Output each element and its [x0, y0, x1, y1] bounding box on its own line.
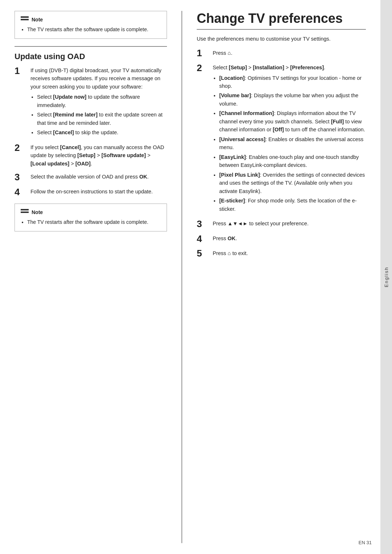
oad-step-2: 2 If you select [Cancel], you can manual… — [15, 143, 167, 168]
oad-step-3-num: 3 — [15, 172, 28, 182]
oad-step-4-content: Follow the on-screen instructions to sta… — [30, 188, 167, 196]
page-title: Change TV preferences — [197, 11, 366, 30]
oad-step-1-text: If using (DVB-T) digital broadcast, your… — [30, 67, 162, 90]
pref-bullet-chaninfo: [Channel Information]: Displays informat… — [219, 109, 366, 134]
pref-step-1-num: 1 — [197, 48, 211, 58]
section-divider-1 — [15, 46, 167, 47]
pref-step-4-content: Press OK. — [213, 234, 366, 242]
note-bullets-2: The TV restarts after the software updat… — [21, 218, 161, 226]
pref-bullet-easylink: [EasyLink]: Enables one-touch play and o… — [219, 153, 366, 169]
note-box-2: Note The TV restarts after the software … — [15, 204, 167, 231]
note-bullet-2-0: The TV restarts after the software updat… — [27, 218, 161, 226]
note-header-1: Note — [21, 16, 161, 23]
note-box-1: Note The TV restarts after the software … — [15, 11, 167, 39]
oad-step-3: 3 Select the available version of OAD an… — [15, 173, 167, 182]
home-icon-1 — [228, 50, 231, 56]
oad-step-1-bullet-1: Select [Remind me later] to exit the upd… — [37, 111, 167, 127]
note-label-1: Note — [32, 17, 43, 22]
oad-step-2-num: 2 — [15, 143, 28, 153]
oad-step-4: 4 Follow the on-screen instructions to s… — [15, 188, 167, 197]
note-label-2: Note — [32, 209, 43, 215]
pref-bullet-univaccess: [Universal access]: Enables or disables … — [219, 135, 366, 152]
pref-step-3-content: Press ▲▼◄► to select your preference. — [213, 219, 366, 228]
page-wrapper: English Note The TV restarts after the s… — [0, 0, 392, 554]
note-bullet-1-0: The TV restarts after the software updat… — [27, 26, 161, 33]
oad-step-1-bullet-2: Select [Cancel] to skip the update. — [37, 128, 167, 136]
note-icon-2 — [21, 209, 29, 216]
pref-bullet-pixelplus: [Pixel Plus Link]: Overrides the setting… — [219, 171, 366, 195]
right-column: Change TV preferences Use the preference… — [181, 11, 366, 543]
note-content-1: The TV restarts after the software updat… — [21, 26, 161, 33]
pref-step-1: 1 Press . — [197, 49, 366, 58]
pref-step-5-num: 5 — [197, 248, 211, 259]
pref-step-3-num: 3 — [197, 219, 211, 229]
oad-step-1-num: 1 — [15, 66, 28, 76]
intro-text: Use the preferences menu to customise yo… — [197, 35, 366, 43]
side-tab-label: English — [384, 267, 389, 287]
oad-step-4-num: 4 — [15, 187, 28, 197]
oad-step-1-bullet-0: Select [Update now] to update the softwa… — [37, 93, 167, 109]
page-footer: EN 31 — [359, 540, 372, 545]
note-content-2: The TV restarts after the software updat… — [21, 218, 161, 226]
oad-step-1-bullets: Select [Update now] to update the softwa… — [30, 93, 167, 136]
oad-steps-list: 1 If using (DVB-T) digital broadcast, yo… — [15, 66, 167, 197]
arrow-symbols: ▲▼◄► — [228, 221, 248, 226]
home-icon-2 — [228, 250, 231, 256]
pref-bullet-location: [Location]: Optimises TV settings for yo… — [219, 74, 366, 90]
page-number: EN 31 — [359, 540, 372, 545]
pref-step-5-content: Press to exit. — [213, 249, 366, 257]
section-heading: Update using OAD — [15, 52, 167, 61]
pref-step-2-content: Select [Setup] > [Installation] > [Prefe… — [213, 63, 366, 214]
oad-step-1: 1 If using (DVB-T) digital broadcast, yo… — [15, 66, 167, 138]
oad-step-2-content: If you select [Cancel], you can manually… — [30, 143, 167, 168]
pref-step-1-content: Press . — [213, 49, 366, 57]
pref-step-2-bullets: [Location]: Optimises TV settings for yo… — [213, 74, 366, 213]
pref-step-2: 2 Select [Setup] > [Installation] > [Pre… — [197, 63, 366, 214]
side-tab: English — [380, 0, 392, 554]
note-bullets-1: The TV restarts after the software updat… — [21, 26, 161, 33]
pref-step-2-num: 2 — [197, 63, 211, 73]
pref-step-5: 5 Press to exit. — [197, 249, 366, 259]
pref-bullet-volumebar: [Volume bar]: Displays the volume bar wh… — [219, 91, 366, 108]
pref-step-4: 4 Press OK. — [197, 234, 366, 244]
pref-steps-list: 1 Press . 2 Select [Setup] > [Installati… — [197, 49, 366, 258]
oad-step-1-content: If using (DVB-T) digital broadcast, your… — [30, 66, 167, 138]
note-header-2: Note — [21, 209, 161, 216]
pref-bullet-esticker: [E-sticker]: For shop mode only. Sets th… — [219, 197, 366, 213]
note-icon-1 — [21, 16, 29, 23]
oad-step-3-content: Select the available version of OAD and … — [30, 173, 167, 181]
pref-step-3: 3 Press ▲▼◄► to select your preference. — [197, 219, 366, 229]
main-content: Note The TV restarts after the software … — [0, 0, 380, 554]
left-column: Note The TV restarts after the software … — [15, 11, 181, 543]
pref-step-4-num: 4 — [197, 234, 211, 244]
